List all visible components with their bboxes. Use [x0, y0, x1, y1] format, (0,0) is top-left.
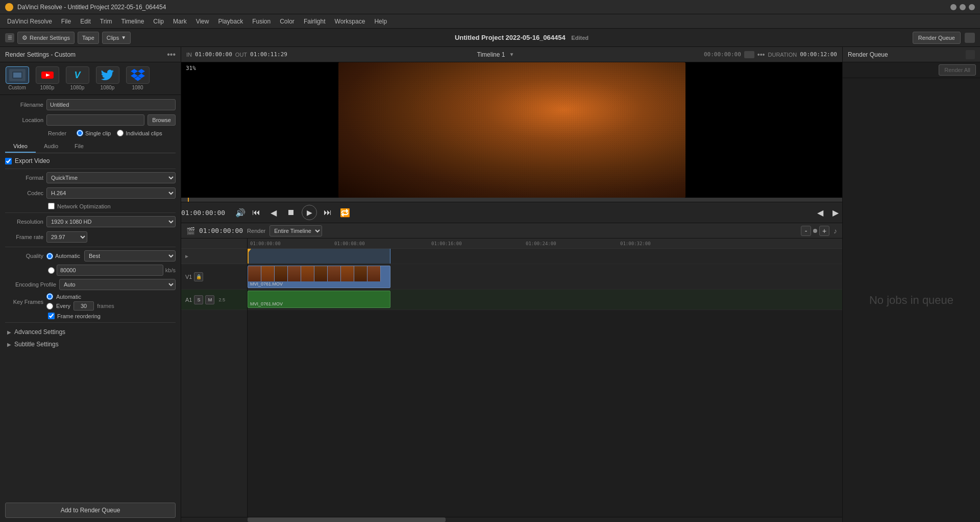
render-all-btn[interactable]: Render All — [939, 64, 976, 76]
tape-btn[interactable]: Tape — [78, 32, 99, 44]
filename-input[interactable] — [46, 99, 176, 110]
v1-name: V1 — [185, 274, 192, 280]
menu-fusion[interactable]: Fusion — [248, 16, 275, 27]
audio-icon[interactable]: ♪ — [834, 227, 837, 235]
export-video-checkbox[interactable] — [5, 158, 12, 164]
kf-every-input[interactable] — [74, 301, 94, 311]
center-area: IN 01:00:00:00 OUT 01:00:11:29 Timeline … — [181, 47, 842, 522]
quality-level-select[interactable]: Best — [84, 250, 176, 262]
menu-help[interactable]: Help — [370, 16, 391, 27]
loop-btn[interactable]: 🔁 — [338, 206, 352, 219]
menu-color[interactable]: Color — [276, 16, 299, 27]
v1-lock-icon[interactable]: 🔒 — [194, 272, 203, 281]
preset-vimeo[interactable]: V 1080p — [63, 66, 91, 90]
scrubber-handle[interactable] — [188, 198, 189, 202]
advanced-settings-toggle[interactable]: ▶ Advanced Settings — [5, 326, 176, 338]
bitrate-input[interactable] — [57, 265, 163, 276]
skip-forward-btn[interactable]: ⏭ — [321, 206, 334, 219]
single-clip-radio[interactable] — [77, 130, 83, 136]
menu-davinci-resolve[interactable]: DaVinci Resolve — [3, 16, 56, 27]
preset-custom[interactable]: Custom — [3, 66, 31, 90]
quality-label: Quality — [5, 253, 43, 259]
play-btn[interactable]: ▶ — [302, 205, 317, 220]
skip-to-start-btn[interactable]: ⏮ — [250, 206, 263, 219]
kf-auto-option[interactable]: Automatic — [46, 293, 114, 300]
timeline-hscroll-thumb[interactable] — [248, 517, 446, 522]
viewer-menu-dots[interactable]: ••• — [757, 51, 765, 59]
kf-every-option[interactable]: Every frames — [46, 301, 114, 311]
encoding-profile-select[interactable]: Auto — [59, 279, 176, 290]
v1-clip[interactable]: MVI_0761.MOV — [248, 266, 390, 288]
menu-fairlight[interactable]: Fairlight — [300, 16, 330, 27]
browse-btn[interactable]: Browse — [148, 114, 176, 126]
single-clip-option[interactable]: Single clip — [77, 130, 111, 136]
zoom-slider-thumb[interactable] — [813, 229, 817, 233]
timecode-menu[interactable] — [744, 51, 754, 58]
render-settings-btn[interactable]: ⚙ Render Settings — [17, 32, 75, 44]
maximize-btn[interactable] — [960, 4, 966, 10]
location-input[interactable] — [46, 114, 144, 126]
tab-video[interactable]: Video — [5, 140, 36, 153]
menu-clip[interactable]: Clip — [149, 16, 168, 27]
menu-timeline[interactable]: Timeline — [117, 16, 148, 27]
app-menu-icon[interactable]: ☰ — [5, 33, 14, 42]
menu-file[interactable]: File — [57, 16, 75, 27]
render-tab-bar: Video Audio File — [5, 140, 176, 153]
timeline-hscrollbar[interactable] — [181, 517, 842, 522]
stop-btn[interactable]: ⏹ — [284, 206, 298, 219]
in-out-range-bar[interactable] — [248, 249, 390, 264]
bitrate-radio[interactable] — [48, 267, 55, 274]
panel-expand-icon[interactable] — [965, 33, 975, 43]
menu-edit[interactable]: Edit — [76, 16, 95, 27]
kf-every-radio[interactable] — [46, 303, 53, 310]
volume-icon[interactable]: 🔊 — [235, 208, 246, 218]
close-btn[interactable] — [969, 4, 975, 10]
zoom-in-btn[interactable]: + — [819, 226, 829, 236]
resolution-select[interactable]: 1920 x 1080 HD — [46, 216, 176, 227]
a1-name: A1 — [185, 297, 192, 303]
a1-s-btn[interactable]: S — [194, 295, 203, 304]
quality-auto-radio[interactable] — [46, 253, 53, 259]
render-queue-header-btn[interactable]: Render Queue — [913, 32, 961, 44]
menu-playback[interactable]: Playback — [214, 16, 247, 27]
advanced-settings-arrow: ▶ — [7, 329, 11, 335]
individual-clips-option[interactable]: Individual clips — [117, 130, 162, 136]
advanced-settings-label: Advanced Settings — [14, 328, 65, 336]
render-range-select[interactable]: Entire Timeline — [270, 225, 322, 236]
minimize-btn[interactable] — [950, 4, 957, 10]
panel-menu-icon[interactable]: ••• — [167, 50, 176, 59]
tab-file[interactable]: File — [66, 140, 92, 153]
timeline-dropdown-icon[interactable]: ▼ — [509, 52, 514, 57]
nav-left-btn[interactable]: ◀ — [814, 206, 827, 219]
quality-auto-option[interactable]: Automatic — [46, 253, 80, 259]
menu-view[interactable]: View — [192, 16, 213, 27]
step-back-btn[interactable]: ◀ — [267, 206, 280, 219]
current-timecode: 00:00:00:00 — [704, 51, 741, 58]
individual-clips-radio[interactable] — [117, 130, 124, 136]
a1-clip[interactable]: MVI_0761.MOV — [248, 291, 390, 308]
frame-rate-select[interactable]: 29.97 — [46, 231, 87, 243]
preset-youtube[interactable]: 1080p — [33, 66, 61, 90]
menu-trim[interactable]: Trim — [96, 16, 116, 27]
frame-reordering-checkbox[interactable] — [48, 313, 55, 319]
bitrate-radio-option[interactable] — [48, 267, 55, 274]
clips-btn[interactable]: Clips ▼ — [102, 32, 131, 44]
network-opt-checkbox[interactable] — [48, 203, 55, 209]
preset-dropbox[interactable]: 1080 — [124, 66, 152, 90]
tab-audio[interactable]: Audio — [36, 140, 66, 153]
preset-twitter[interactable]: 1080p — [93, 66, 121, 90]
codec-select[interactable]: H.264 — [46, 187, 176, 199]
add-render-queue-btn[interactable]: Add to Render Queue — [5, 503, 176, 518]
render-queue-header: Render Queue — [843, 47, 980, 62]
render-queue-expand[interactable] — [966, 50, 975, 59]
zoom-controls: - + — [801, 226, 829, 236]
kf-auto-radio[interactable] — [46, 293, 53, 300]
nav-right-btn[interactable]: ▶ — [829, 206, 842, 219]
menu-workspace[interactable]: Workspace — [331, 16, 370, 27]
a1-m-btn[interactable]: M — [205, 295, 214, 304]
scrubber-bar[interactable] — [181, 198, 842, 202]
zoom-out-btn[interactable]: - — [801, 226, 811, 236]
subtitle-settings-toggle[interactable]: ▶ Subtitle Settings — [5, 338, 176, 350]
menu-mark[interactable]: Mark — [169, 16, 191, 27]
format-select[interactable]: QuickTime — [46, 172, 176, 183]
